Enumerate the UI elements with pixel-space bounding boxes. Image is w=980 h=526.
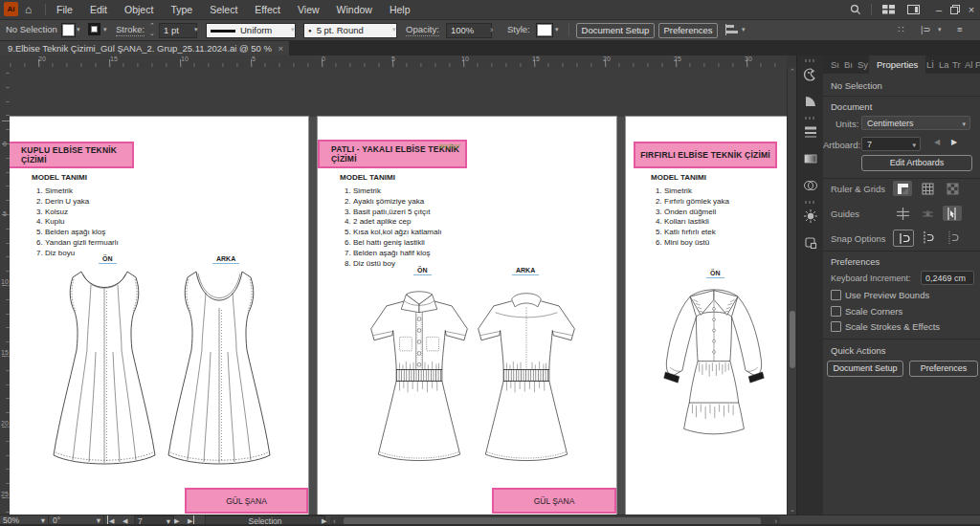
use-preview-bounds-checkbox[interactable] xyxy=(831,290,841,300)
fill-swatch[interactable] xyxy=(61,23,76,37)
signature-box[interactable]: GÜL ŞANA xyxy=(185,488,308,514)
close-tab-icon[interactable]: × xyxy=(278,41,283,55)
dock-grip[interactable] xyxy=(805,59,816,62)
artboard-1-title: KUPLU ELBİSE TEKNİK ÇİZİMİ xyxy=(21,145,132,164)
scale-strokes-effects-checkbox[interactable] xyxy=(831,321,841,332)
keyboard-increment-input[interactable]: 0,2469 cm xyxy=(921,271,974,285)
edit-artboards-button[interactable]: Edit Artboards xyxy=(861,155,972,171)
tab-libraries[interactable]: Lİ xyxy=(926,55,934,74)
chevron-right-icon[interactable]: › xyxy=(490,24,493,34)
tab-layers[interactable]: La xyxy=(939,55,949,74)
stroke-swatch[interactable] xyxy=(88,23,100,35)
quick-preferences-button[interactable]: Preferences xyxy=(909,361,978,377)
dock-grip[interactable] xyxy=(805,117,816,120)
snap-to-grid-icon[interactable] xyxy=(918,230,937,245)
chevron-down-icon[interactable]: ▾ xyxy=(555,26,559,33)
artboard-2-title-box[interactable]: PATLI - YAKALI ELBİSE TEKNİK ÇİZİMİ anch… xyxy=(318,140,467,168)
panel-menu-icon[interactable]: ≡ xyxy=(957,24,963,34)
chevron-down-icon[interactable]: ▾ xyxy=(103,26,107,33)
menu-edit[interactable]: Edit xyxy=(81,0,116,19)
units-select[interactable]: Centimeters ▾ xyxy=(861,116,970,130)
divider xyxy=(871,4,872,15)
show-rulers-icon[interactable] xyxy=(893,181,912,196)
tab-properties[interactable]: Properties xyxy=(869,55,925,74)
snap-options-icon[interactable]: |⊃ xyxy=(921,24,930,34)
show-grid-icon[interactable] xyxy=(918,181,937,196)
color-guide-panel-icon[interactable] xyxy=(803,94,818,109)
menu-object[interactable]: Object xyxy=(116,0,162,19)
dock-grip[interactable] xyxy=(805,201,816,204)
show-transparency-grid-icon[interactable] xyxy=(943,181,962,196)
snap-to-pixel-icon[interactable] xyxy=(943,230,962,245)
artboard-1[interactable]: KUPLU ELBİSE TEKNİK ÇİZİMİ MODEL TANIMI … xyxy=(10,117,308,515)
chevron-down-icon[interactable]: ▾ xyxy=(392,26,396,33)
chevron-down-icon[interactable]: ▾ xyxy=(938,26,942,33)
dress-front-drawing xyxy=(48,266,161,474)
divider xyxy=(823,96,980,97)
document-tab[interactable]: 9.Elbise Teknik Çizimi_Gül ŞANA_2. Grup_… xyxy=(0,41,289,55)
close-button[interactable]: × xyxy=(963,0,980,19)
tab-transform[interactable]: Tr xyxy=(952,55,961,74)
menu-window[interactable]: Window xyxy=(328,0,381,19)
brush-select[interactable]: ●5 pt. Round xyxy=(303,23,397,38)
chevron-down-icon[interactable]: ▾ xyxy=(194,26,198,33)
menu-view[interactable]: View xyxy=(289,0,328,19)
chevron-down-icon[interactable]: ▾ xyxy=(291,26,295,33)
graphic-styles-panel-icon[interactable] xyxy=(803,235,818,251)
document-setup-button[interactable]: Document Setup xyxy=(576,23,655,38)
menu-select[interactable]: Select xyxy=(201,0,246,19)
quick-document-setup-button[interactable]: Document Setup xyxy=(827,361,903,377)
opacity-value[interactable]: 100% xyxy=(446,23,492,38)
artboard-3[interactable]: FIRFIRLI ELBİSE TEKNİK ÇİZİMİ MODEL TANI… xyxy=(626,117,787,515)
snap-to-point-icon[interactable] xyxy=(893,230,914,247)
tab-align[interactable]: Al xyxy=(965,55,972,74)
menu-type[interactable]: Type xyxy=(162,0,201,19)
artboard-2[interactable]: PATLI - YAKALI ELBİSE TEKNİK ÇİZİMİ anch… xyxy=(318,117,616,515)
tab-brushes[interactable]: Bı xyxy=(844,55,853,74)
artboard-select[interactable]: 7 ▾ xyxy=(861,137,921,151)
tab-symbols[interactable]: Sy xyxy=(858,55,868,74)
guides-label: Guides xyxy=(831,208,859,219)
use-preview-bounds-label: Use Preview Bounds xyxy=(845,290,929,300)
previous-artboard-icon[interactable]: ◀ xyxy=(934,138,940,146)
lock-guides-icon[interactable] xyxy=(918,206,937,221)
opacity-link[interactable]: Opacity: xyxy=(406,24,439,36)
preferences-button[interactable]: Preferences xyxy=(658,23,718,38)
workspace-switcher-icon[interactable] xyxy=(882,5,895,14)
vertical-scrollbar-thumb[interactable] xyxy=(790,311,795,368)
transparency-panel-icon[interactable] xyxy=(803,178,818,193)
back-view-label: ARKA xyxy=(512,267,539,275)
stroke-panel-icon[interactable] xyxy=(803,124,818,140)
touch-workspace-icon[interactable]: ∷ xyxy=(898,24,903,34)
chevron-down-icon[interactable]: ▾ xyxy=(742,26,746,33)
appearance-panel-icon[interactable] xyxy=(803,208,818,224)
width-profile-select[interactable]: Uniform xyxy=(206,23,296,38)
edit-guides-icon[interactable] xyxy=(943,206,962,221)
stepper-down-icon[interactable]: ⌄ xyxy=(149,29,155,37)
stroke-weight-value[interactable]: 1 pt xyxy=(159,23,197,38)
menu-file[interactable]: File xyxy=(48,0,81,19)
align-options-icon[interactable] xyxy=(725,24,739,35)
search-icon[interactable] xyxy=(850,4,861,15)
tab-swatches[interactable]: Sı xyxy=(831,55,839,74)
show-guides-icon[interactable] xyxy=(893,206,912,221)
gradient-panel-icon[interactable] xyxy=(803,151,818,166)
tab-pathfinder[interactable]: Pa xyxy=(975,55,980,74)
signature-box[interactable]: GÜL ŞANA xyxy=(492,488,616,514)
style-swatch[interactable] xyxy=(536,23,553,37)
divider xyxy=(568,23,569,36)
menu-help[interactable]: Help xyxy=(381,0,419,19)
next-artboard-icon[interactable]: ▶ xyxy=(951,138,957,146)
menu-effect[interactable]: Effect xyxy=(246,0,289,19)
canvas[interactable]: KUPLU ELBİSE TEKNİK ÇİZİMİ MODEL TANIMI … xyxy=(10,67,787,515)
home-icon[interactable]: ⌂ xyxy=(25,3,32,16)
restore-button[interactable] xyxy=(950,5,960,14)
artboard-1-title-box[interactable]: KUPLU ELBİSE TEKNİK ÇİZİMİ xyxy=(10,142,134,168)
scale-corners-checkbox[interactable] xyxy=(831,306,841,317)
stroke-link[interactable]: Stroke: xyxy=(116,24,145,36)
chevron-down-icon[interactable]: ▾ xyxy=(77,26,80,33)
artboard-3-title-box[interactable]: FIRFIRLI ELBİSE TEKNİK ÇİZİMİ xyxy=(634,142,777,168)
minimize-button[interactable]: – xyxy=(930,0,947,19)
arrange-documents-icon[interactable] xyxy=(907,5,920,14)
color-panel-icon[interactable] xyxy=(803,67,818,82)
